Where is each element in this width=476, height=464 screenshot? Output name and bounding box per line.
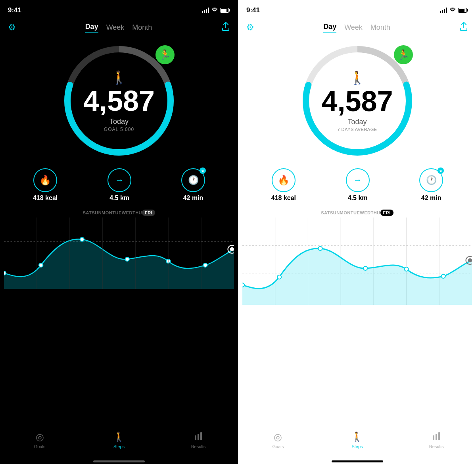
star-badge-dark: ★ bbox=[200, 168, 206, 174]
star-badge-light: ★ bbox=[438, 168, 444, 174]
tab-month-dark[interactable]: Month bbox=[132, 23, 152, 32]
day-mon-dark: MON bbox=[102, 210, 112, 215]
chart-area-light bbox=[238, 218, 476, 428]
metric-distance-value-light: 4.5 km bbox=[348, 194, 368, 202]
tab-steps-light[interactable]: 🚶 Steps bbox=[343, 431, 371, 449]
day-sat-light: SAT bbox=[321, 210, 330, 215]
svg-point-4 bbox=[4, 271, 6, 275]
tab-steps-dark[interactable]: 🚶 Steps bbox=[105, 431, 133, 449]
tab-week-light[interactable]: Week bbox=[344, 23, 363, 32]
metric-calories-value-dark: 418 kcal bbox=[33, 194, 58, 202]
svg-point-11 bbox=[230, 247, 234, 251]
today-label-light: Today bbox=[347, 118, 367, 126]
flame-icon-dark: 🔥 bbox=[39, 175, 51, 186]
tab-steps-label-light: Steps bbox=[351, 444, 363, 449]
signal-icon-light bbox=[440, 8, 447, 13]
tab-results-dark[interactable]: Results bbox=[184, 431, 212, 449]
steps-count-dark: 4,587 bbox=[83, 87, 155, 115]
metric-time-dark: 🕐 ★ 42 min bbox=[181, 168, 205, 202]
run-badge-dark: 🏃 bbox=[155, 45, 175, 64]
svg-point-32 bbox=[242, 283, 244, 287]
day-thu-light: THU bbox=[370, 210, 380, 215]
home-indicator-dark bbox=[93, 460, 145, 462]
day-fri-light: FRI bbox=[380, 210, 393, 216]
chart-area-dark bbox=[0, 218, 238, 428]
tab-steps-label-dark: Steps bbox=[113, 444, 125, 449]
nav-bar-dark: ⚙ Day Week Month bbox=[0, 17, 238, 37]
metric-time-value-light: 42 min bbox=[421, 194, 441, 202]
metric-distance-light: → 4.5 km bbox=[346, 168, 370, 202]
svg-rect-19 bbox=[198, 434, 199, 440]
nav-tabs-light: Day Week Month bbox=[323, 23, 390, 33]
days-row-light: SAT SUN MON TUE WED THU FRI bbox=[317, 208, 397, 218]
metric-circle-time-dark: 🕐 ★ bbox=[181, 168, 205, 192]
nav-tabs-dark: Day Week Month bbox=[85, 23, 152, 33]
metrics-row-light: 🔥 418 kcal → 4.5 km 🕐 ★ 42 min bbox=[238, 164, 476, 208]
goals-icon-light: ◎ bbox=[274, 431, 282, 443]
wifi-icon-light bbox=[449, 7, 456, 13]
tab-day-dark[interactable]: Day bbox=[85, 23, 98, 33]
goal-label-dark: GOAL 5,000 bbox=[104, 127, 134, 132]
svg-rect-40 bbox=[433, 435, 434, 440]
status-bar-dark: 9:41 bbox=[0, 0, 238, 17]
svg-rect-18 bbox=[195, 435, 196, 440]
svg-point-33 bbox=[277, 275, 281, 279]
clock-icon-light: 🕐 bbox=[426, 175, 437, 185]
metric-circle-distance-dark: → bbox=[107, 168, 131, 192]
ring-container-dark: 🚶 4,587 Today GOAL 5,000 🏃 bbox=[60, 41, 178, 160]
status-bar-light: 9:41 bbox=[238, 0, 476, 17]
day-tue-light: TUE bbox=[351, 210, 360, 215]
gear-icon-light[interactable]: ⚙ bbox=[246, 22, 254, 33]
metric-circle-time-light: 🕐 ★ bbox=[419, 168, 443, 192]
tab-week-dark[interactable]: Week bbox=[106, 23, 125, 32]
svg-rect-42 bbox=[438, 432, 440, 440]
day-wed-light: WED bbox=[360, 210, 370, 215]
metrics-row-dark: 🔥 418 kcal → 4.5 km 🕐 ★ 42 min bbox=[0, 164, 238, 208]
chart-svg-dark bbox=[4, 218, 234, 289]
days-row-dark: SAT SUN MON TUE WED THU FRI bbox=[79, 208, 159, 218]
walk-icon-light: 🚶 bbox=[349, 70, 365, 85]
chart-svg-light bbox=[242, 218, 472, 305]
status-icons-light bbox=[440, 7, 468, 13]
clock-icon-dark: 🕐 bbox=[188, 175, 199, 185]
ring-center-dark: 🚶 4,587 Today GOAL 5,000 bbox=[83, 70, 155, 132]
svg-point-36 bbox=[404, 267, 408, 271]
dark-panel: 9:41 ⚙ Day bbox=[0, 0, 238, 464]
metric-distance-dark: → 4.5 km bbox=[107, 168, 131, 202]
metric-time-value-dark: 42 min bbox=[183, 194, 203, 202]
tab-goals-light[interactable]: ◎ Goals bbox=[264, 431, 292, 449]
arrow-icon-dark: → bbox=[115, 175, 124, 185]
light-panel: 9:41 ⚙ Day bbox=[238, 0, 476, 464]
metric-calories-value-light: 418 kcal bbox=[271, 194, 296, 202]
signal-icon bbox=[202, 8, 209, 13]
time-dark: 9:41 bbox=[8, 6, 21, 14]
metric-distance-value-dark: 4.5 km bbox=[109, 194, 129, 202]
ring-container-light: 🚶 4,587 Today 7 DAYS AVERAGE 🏃 bbox=[298, 41, 417, 160]
day-mon-light: MON bbox=[340, 210, 351, 215]
steps-icon-light: 🚶 bbox=[351, 431, 363, 443]
home-indicator-light bbox=[332, 460, 383, 462]
tab-goals-dark[interactable]: ◎ Goals bbox=[26, 431, 54, 449]
flame-icon-light: 🔥 bbox=[278, 175, 290, 186]
day-wed-dark: WED bbox=[122, 210, 132, 215]
svg-point-7 bbox=[125, 257, 129, 261]
tab-results-light[interactable]: Results bbox=[422, 431, 450, 449]
tab-day-light[interactable]: Day bbox=[323, 23, 336, 33]
gear-icon-dark[interactable]: ⚙ bbox=[8, 22, 16, 33]
svg-point-35 bbox=[363, 266, 367, 270]
share-icon-light[interactable] bbox=[459, 22, 468, 33]
ring-center-light: 🚶 4,587 Today 7 DAYS AVERAGE bbox=[321, 70, 393, 132]
svg-point-39 bbox=[468, 258, 472, 262]
tab-goals-label-light: Goals bbox=[272, 444, 284, 449]
run-badge-light: 🏃 bbox=[394, 45, 413, 64]
tab-month-light[interactable]: Month bbox=[370, 23, 390, 32]
wifi-icon bbox=[211, 7, 218, 13]
day-thu-dark: THU bbox=[132, 210, 142, 215]
svg-point-6 bbox=[80, 237, 84, 241]
day-tue-dark: TUE bbox=[112, 210, 122, 215]
battery-icon-light bbox=[458, 8, 468, 13]
day-fri-dark: FRI bbox=[142, 210, 155, 216]
share-icon-dark[interactable] bbox=[221, 22, 230, 33]
tab-bar-light: ◎ Goals 🚶 Steps Results bbox=[238, 428, 476, 460]
walk-icon-dark: 🚶 bbox=[111, 70, 127, 85]
